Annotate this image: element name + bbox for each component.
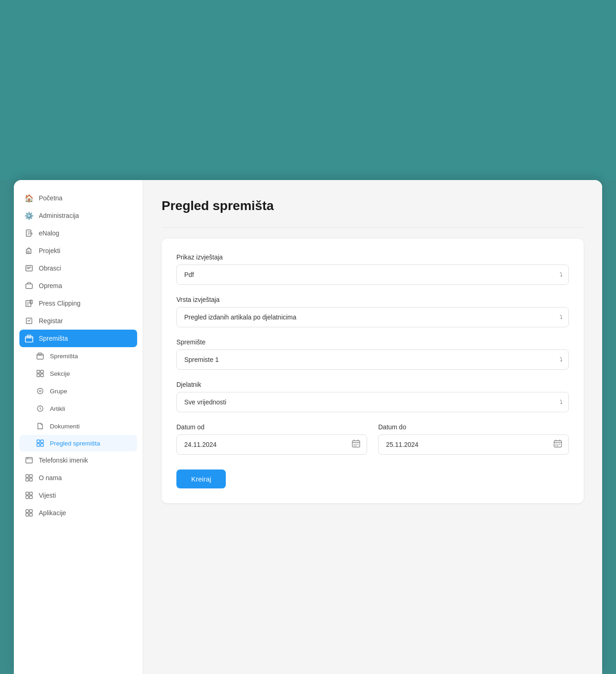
- djelatnik-select-wrapper: Sve vrijednosti Djelatnik 1 Djelatnik 2 …: [176, 392, 569, 412]
- svg-rect-4: [27, 268, 30, 269]
- sidebar-label-o-nama: O nama: [39, 474, 62, 481]
- kreiraj-button[interactable]: Kreiraj: [176, 469, 226, 488]
- vrsta-label: Vrsta izvještaja: [176, 296, 569, 303]
- sidebar-label-press-clipping: Press Clipping: [39, 300, 80, 307]
- sidebar-label-obrasci: Obrasci: [39, 265, 61, 272]
- prikaz-select-wrapper: Pdf Excel Word ⤵: [176, 265, 569, 285]
- sidebar-item-press-clipping[interactable]: Press Clipping: [14, 295, 143, 312]
- sidebar-label-enalog: eNalog: [39, 229, 59, 237]
- sidebar-item-vijesti[interactable]: Vijesti: [14, 487, 143, 504]
- svg-rect-14: [37, 374, 40, 377]
- sidebar-item-enalog[interactable]: eNalog: [14, 224, 143, 242]
- djelatnik-select[interactable]: Sve vrijednosti Djelatnik 1 Djelatnik 2: [176, 392, 569, 412]
- sidebar-item-pregled-spremista[interactable]: Pregled spremišta: [19, 435, 137, 451]
- sidebar-label-administracija: Administracija: [39, 212, 79, 219]
- svg-rect-15: [41, 374, 43, 377]
- sidebar: 🏠 Početna ⚙️ Administracija eNalog: [14, 180, 143, 674]
- obrasci-icon: [25, 264, 33, 272]
- page-title: Pregled spremišta: [162, 199, 584, 213]
- svg-rect-32: [26, 510, 29, 512]
- aplikacije-icon: [25, 509, 33, 517]
- sidebar-label-artikli: Artikli: [50, 405, 65, 412]
- svg-rect-35: [30, 513, 32, 516]
- sidebar-item-administracija[interactable]: ⚙️ Administracija: [14, 207, 143, 224]
- app-container: 🏠 Početna ⚙️ Administracija eNalog: [14, 180, 602, 674]
- sidebar-label-vijesti: Vijesti: [39, 492, 56, 499]
- sekcije-icon: [36, 369, 44, 378]
- svg-rect-20: [41, 440, 43, 443]
- press-clipping-icon: [25, 299, 33, 307]
- datum-od-group: Datum od: [176, 423, 367, 455]
- vrsta-select[interactable]: Pregled izdanih artikala po djelatnicima…: [176, 307, 569, 327]
- svg-rect-22: [41, 444, 43, 446]
- svg-rect-29: [30, 492, 32, 495]
- svg-rect-5: [26, 284, 32, 289]
- spremiste-group: Spremište Spremiste 1 Spremiste 2 Spremi…: [176, 338, 569, 370]
- top-area: [0, 0, 616, 180]
- svg-rect-11: [38, 353, 42, 355]
- djelatnik-label: Djelatnik: [176, 381, 569, 388]
- spremiste-select-wrapper: Spremiste 1 Spremiste 2 Spremiste 3 ⤵: [176, 349, 569, 370]
- prikaz-label: Prikaz izvještaja: [176, 253, 569, 261]
- sub-spremista-icon: [36, 352, 44, 360]
- main-content: Pregled spremišta Prikaz izvještaja Pdf …: [143, 180, 602, 674]
- vrsta-group: Vrsta izvještaja Pregled izdanih artikal…: [176, 296, 569, 327]
- projekti-icon: [25, 247, 33, 255]
- sidebar-item-oprema[interactable]: Oprema: [14, 277, 143, 295]
- svg-rect-34: [26, 513, 29, 516]
- home-icon: 🏠: [25, 194, 33, 202]
- sidebar-label-sekcije: Sekcije: [50, 370, 70, 377]
- datum-do-group: Datum do: [378, 423, 569, 455]
- svg-rect-13: [41, 370, 43, 373]
- prikaz-select[interactable]: Pdf Excel Word: [176, 265, 569, 285]
- datum-row: Datum od: [176, 423, 569, 466]
- title-divider: [162, 227, 584, 228]
- datum-od-input-wrapper: [176, 434, 367, 455]
- sidebar-label-spremista-active: Spremišta: [39, 335, 68, 342]
- sidebar-item-projekti[interactable]: Projekti: [14, 242, 143, 259]
- djelatnik-group: Djelatnik Sve vrijednosti Djelatnik 1 Dj…: [176, 381, 569, 412]
- sidebar-item-spremista-active[interactable]: Spremišta: [19, 330, 137, 347]
- grupe-icon: [36, 387, 44, 395]
- svg-rect-24: [26, 475, 29, 477]
- sidebar-label-grupe: Grupe: [50, 388, 67, 395]
- sidebar-item-artikli[interactable]: Artikli: [14, 400, 143, 417]
- sidebar-item-grupe[interactable]: Grupe: [14, 382, 143, 400]
- svg-rect-8: [25, 337, 33, 342]
- svg-rect-19: [37, 440, 40, 443]
- sidebar-item-registar[interactable]: Registar: [14, 312, 143, 330]
- sidebar-item-aplikacije[interactable]: Aplikacije: [14, 504, 143, 522]
- sidebar-item-o-nama[interactable]: O nama: [14, 469, 143, 487]
- sidebar-label-oprema: Oprema: [39, 282, 62, 289]
- sidebar-item-spremista-sub[interactable]: Spremišta: [14, 347, 143, 365]
- svg-rect-21: [37, 444, 40, 446]
- sidebar-label-spremista-sub: Spremišta: [50, 353, 78, 360]
- sidebar-item-telefonski-imenik[interactable]: Telefonski imenik: [14, 451, 143, 469]
- pregled-icon: [36, 439, 44, 447]
- sidebar-item-dokumenti[interactable]: Dokumenti: [14, 417, 143, 435]
- datum-do-input[interactable]: [378, 434, 569, 455]
- svg-rect-3: [27, 267, 31, 268]
- svg-point-16: [37, 388, 43, 394]
- sidebar-label-dokumenti: Dokumenti: [50, 423, 80, 430]
- svg-rect-23: [26, 457, 32, 463]
- spremiste-select[interactable]: Spremiste 1 Spremiste 2 Spremiste 3: [176, 349, 569, 370]
- o-nama-icon: [25, 474, 33, 482]
- sidebar-item-sekcije[interactable]: Sekcije: [14, 365, 143, 382]
- sidebar-label-telefonski: Telefonski imenik: [39, 457, 88, 464]
- sidebar-item-pocetna[interactable]: 🏠 Početna: [14, 189, 143, 207]
- registar-icon: [25, 317, 33, 325]
- svg-rect-30: [26, 496, 29, 499]
- datum-od-input[interactable]: [176, 434, 367, 455]
- nalog-icon: [25, 229, 33, 237]
- oprema-icon: [25, 282, 33, 290]
- sidebar-item-obrasci[interactable]: Obrasci: [14, 259, 143, 277]
- sidebar-label-aplikacije: Aplikacije: [39, 509, 66, 517]
- svg-rect-9: [27, 335, 31, 337]
- sidebar-label-registar: Registar: [39, 317, 63, 325]
- svg-rect-12: [37, 370, 40, 373]
- svg-rect-28: [26, 492, 29, 495]
- datum-do-label: Datum do: [378, 423, 569, 431]
- spremiste-label: Spremište: [176, 338, 569, 346]
- vijesti-icon: [25, 491, 33, 499]
